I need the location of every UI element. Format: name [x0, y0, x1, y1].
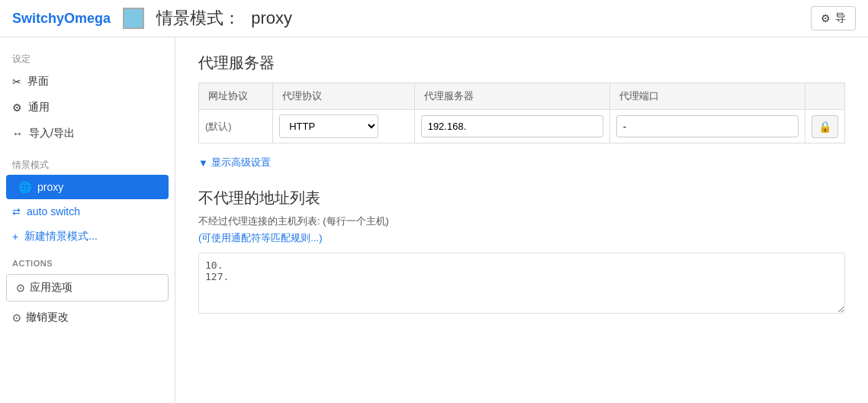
- col-action: [805, 83, 845, 110]
- sidebar-item-auto-switch[interactable]: ⇄ auto switch: [0, 199, 175, 224]
- col-url-protocol: 网址协议: [199, 83, 273, 110]
- bypass-description: 不经过代理连接的主机列表: (每行一个主机): [198, 214, 845, 228]
- sidebar-section-settings: 设定: [0, 47, 175, 69]
- sidebar-item-new-profile-label: 新建情景模式...: [24, 230, 98, 243]
- sidebar-item-interface-label: 界面: [27, 75, 49, 89]
- app-title: SwitchyOmega: [12, 11, 111, 27]
- sidebar-item-proxy-label: proxy: [37, 181, 63, 193]
- profile-color-square: [123, 8, 144, 29]
- bypass-textarea[interactable]: 10. 127.: [198, 253, 845, 314]
- proxy-section-title: 代理服务器: [198, 53, 845, 73]
- sidebar-section-profiles: 情景模式: [0, 153, 175, 175]
- proxy-server-input[interactable]: [421, 115, 603, 137]
- arrow-icon: ↔: [12, 127, 23, 140]
- main-layout: 设定 ✂ 界面 ⚙ 通用 ↔ 导入/导出 情景模式 🌐 proxy ⇄ auto…: [0, 37, 868, 403]
- top-bar: SwitchyOmega 情景模式： proxy ⚙ 导: [0, 0, 868, 37]
- chevron-down-icon: ▼: [198, 157, 208, 169]
- proxy-protocol-cell: HTTP HTTPS SOCKS4 SOCKS5: [273, 110, 415, 143]
- gear-icon-sidebar: ⚙: [12, 102, 22, 114]
- cut-icon: ✂: [12, 76, 21, 88]
- col-proxy-server: 代理服务器: [414, 83, 609, 110]
- sidebar-item-new-profile[interactable]: + 新建情景模式...: [0, 224, 175, 250]
- lock-cell: 🔒: [805, 110, 845, 143]
- advanced-settings-link[interactable]: ▼ 显示高级设置: [198, 153, 845, 172]
- lock-icon: 🔒: [818, 121, 831, 133]
- sidebar-item-proxy[interactable]: 🌐 proxy: [6, 175, 169, 199]
- content-area: 代理服务器 网址协议 代理协议 代理服务器 代理端口 (默认) HTTP: [175, 37, 868, 403]
- bypass-section-title: 不代理的地址列表: [198, 188, 845, 208]
- sidebar-item-import-export-label: 导入/导出: [29, 127, 75, 140]
- table-row: (默认) HTTP HTTPS SOCKS4 SOCKS5: [199, 110, 845, 143]
- globe-icon: 🌐: [18, 181, 31, 193]
- advanced-settings-label: 显示高级设置: [211, 156, 271, 169]
- proxy-protocol-select[interactable]: HTTP HTTPS SOCKS4 SOCKS5: [279, 114, 378, 138]
- proxy-table: 网址协议 代理协议 代理服务器 代理端口 (默认) HTTP HTTPS SOC…: [198, 82, 845, 143]
- sidebar-item-general[interactable]: ⚙ 通用: [0, 95, 175, 121]
- settings-top-label: 导: [835, 11, 846, 25]
- sidebar-item-import-export[interactable]: ↔ 导入/导出: [0, 121, 175, 147]
- revert-icon: ⊙: [12, 311, 21, 324]
- sidebar-item-interface[interactable]: ✂ 界面: [0, 69, 175, 95]
- plus-icon: +: [12, 231, 18, 243]
- sidebar-item-general-label: 通用: [28, 101, 50, 114]
- lock-button[interactable]: 🔒: [812, 115, 838, 138]
- page-header-title: 情景模式： proxy: [156, 7, 292, 30]
- col-proxy-protocol: 代理协议: [273, 83, 415, 110]
- proxy-port-cell: [609, 110, 805, 143]
- bypass-rules-link[interactable]: (可使用通配符等匹配规则...): [198, 231, 845, 245]
- settings-top-btn[interactable]: ⚙ 导: [811, 6, 856, 31]
- apply-options-label: 应用选项: [30, 281, 72, 295]
- revert-changes-button[interactable]: ⊙ 撤销更改: [0, 305, 175, 330]
- proxy-server-cell: [414, 110, 609, 143]
- switch-icon: ⇄: [12, 206, 21, 218]
- circle-check-icon: ⊙: [16, 282, 25, 294]
- sidebar-item-auto-switch-label: auto switch: [27, 205, 80, 218]
- col-proxy-port: 代理端口: [609, 83, 805, 110]
- sidebar-actions-label: ACTIONS: [0, 250, 175, 271]
- url-protocol-cell: (默认): [199, 110, 273, 143]
- proxy-port-input[interactable]: [616, 115, 799, 137]
- apply-options-button[interactable]: ⊙ 应用选项: [6, 274, 169, 301]
- sidebar: 设定 ✂ 界面 ⚙ 通用 ↔ 导入/导出 情景模式 🌐 proxy ⇄ auto…: [0, 37, 175, 403]
- revert-label: 撤销更改: [26, 311, 69, 324]
- gear-icon: ⚙: [821, 12, 831, 24]
